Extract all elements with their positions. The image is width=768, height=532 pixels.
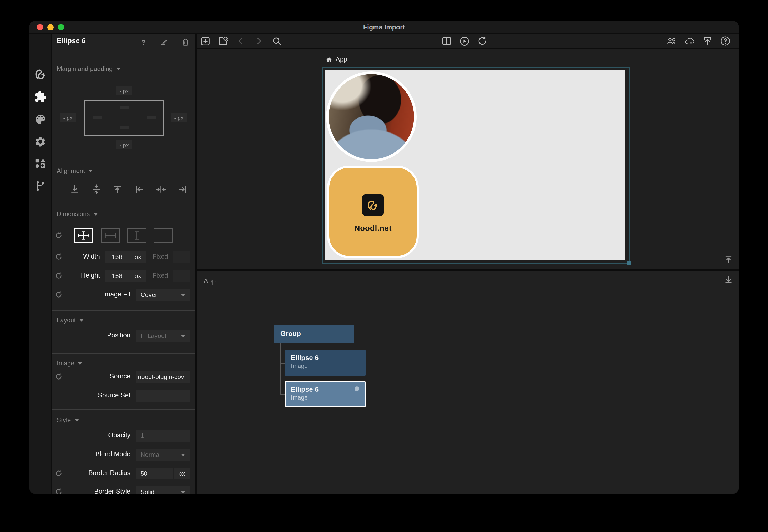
preview-brand-tile[interactable]: Noodl.net [327,166,419,258]
help-circle-icon[interactable] [720,36,731,46]
height-unit[interactable]: px [129,270,146,282]
width-label: Width [83,253,100,260]
margin-left-input[interactable]: - px [60,113,76,122]
titlebar: Figma Import [29,21,739,34]
size-mode-both-button[interactable] [74,228,93,243]
chevron-down-icon [181,453,185,456]
refresh-icon[interactable] [477,36,488,46]
border-radius-unit[interactable]: px [174,468,190,479]
image-fit-label: Image Fit [103,291,130,298]
margin-bottom-input[interactable]: - px [116,140,132,149]
preview-avatar-image[interactable] [326,71,417,162]
reset-icon[interactable] [55,469,63,477]
section-dimensions[interactable]: Dimensions [57,210,98,218]
node-group[interactable]: Group [274,325,354,343]
settings-gear-icon[interactable] [33,135,47,148]
navigate-forward-icon[interactable] [253,36,264,46]
preview-play-icon[interactable] [459,36,470,46]
node-ellipse-1[interactable]: Ellipse 6 Image [284,350,365,376]
preview-group[interactable]: Noodl.net [325,70,625,260]
deploy-upload-icon[interactable] [702,36,713,46]
section-margin-padding[interactable]: Margin and padding [57,65,120,73]
source-set-input[interactable] [136,390,190,402]
edit-icon[interactable] [159,37,168,47]
width-mode[interactable]: Fixed [152,253,168,260]
blend-mode-dropdown[interactable]: Normal [136,449,190,461]
noodl-logo-icon [366,198,380,212]
reset-icon[interactable] [55,373,63,381]
cloud-sync-icon[interactable] [684,36,695,46]
search-icon[interactable] [271,36,282,46]
close-button[interactable] [37,24,43,30]
reset-icon[interactable] [55,291,63,299]
chevron-down-icon [79,319,84,321]
align-bottom-icon[interactable] [69,184,80,195]
add-node-icon[interactable] [200,36,210,46]
section-alignment[interactable]: Alignment [57,167,93,175]
section-style[interactable]: Style [57,416,79,424]
align-right-icon[interactable] [177,184,188,195]
opacity-input[interactable]: 1 [136,430,190,442]
section-layout[interactable]: Layout [57,316,84,324]
split-view-icon[interactable] [441,36,452,46]
section-image[interactable]: Image [57,360,82,367]
margin-right-input[interactable]: - px [171,113,187,122]
resize-handle[interactable] [627,261,631,265]
reset-icon[interactable] [55,488,63,494]
size-mode-width-button[interactable] [101,228,120,243]
height-extra-input[interactable] [173,270,190,282]
version-control-branch-icon[interactable] [33,179,47,192]
position-dropdown[interactable]: In Layout [136,330,190,342]
breadcrumb[interactable]: App [325,56,347,63]
blend-mode-label: Blend Mode [95,451,130,458]
size-mode-none-button[interactable] [154,228,172,243]
height-mode[interactable]: Fixed [152,272,168,279]
padding-right-input[interactable] [147,116,156,119]
chevron-down-icon [78,362,82,365]
reset-icon[interactable] [55,231,63,239]
components-puzzle-icon[interactable] [33,90,47,104]
chevron-down-icon [181,294,185,296]
align-center-vertical-icon[interactable] [91,184,101,195]
size-mode-height-button[interactable] [127,228,146,243]
source-input[interactable]: noodl-plugin-cov [136,371,190,383]
width-extra-input[interactable] [173,251,190,263]
reset-icon[interactable] [55,253,63,261]
node-graph-editor[interactable]: App Group Ellipse 6 Image Ellipse 6 [197,271,739,494]
align-center-horizontal-icon[interactable] [156,184,166,195]
reset-icon[interactable] [55,272,63,280]
navigate-back-icon[interactable] [236,36,246,46]
minimize-button[interactable] [47,24,54,30]
help-icon[interactable]: ? [139,37,148,47]
collapse-panel-down-icon[interactable] [724,275,733,284]
border-radius-input[interactable]: 50 [136,468,172,479]
marketplace-shapes-icon[interactable] [33,156,47,170]
border-style-dropdown[interactable]: Solid [136,486,190,494]
height-input[interactable]: 158 [105,270,129,282]
chevron-down-icon [116,68,120,70]
delete-trash-icon[interactable] [180,37,190,47]
margin-top-input[interactable]: - px [116,86,132,95]
collapse-panel-up-icon[interactable] [724,255,733,264]
traffic-lights [37,24,64,30]
align-top-icon[interactable] [112,184,123,195]
zoom-button[interactable] [58,24,64,30]
tree-connector [280,343,281,395]
align-left-icon[interactable] [134,184,145,195]
selection-outline: Noodl.net [322,67,630,264]
node-ellipse-2-selected[interactable]: Ellipse 6 Image [284,381,365,407]
styles-palette-icon[interactable] [33,112,47,126]
padding-top-input[interactable] [120,106,129,109]
component-picker-icon[interactable] [218,36,228,46]
connection-dot[interactable] [354,386,359,391]
width-input[interactable]: 158 [105,251,129,263]
visual-canvas[interactable]: App Noodl.net [197,49,739,269]
image-fit-dropdown[interactable]: Cover [136,289,190,301]
padding-left-input[interactable] [93,116,101,119]
padding-bottom-input[interactable] [120,126,129,129]
collaborators-icon[interactable] [667,36,677,46]
width-unit[interactable]: px [129,251,146,263]
tree-connector [280,363,284,364]
noodl-logo-icon[interactable] [33,67,47,81]
opacity-label: Opacity [108,432,130,439]
